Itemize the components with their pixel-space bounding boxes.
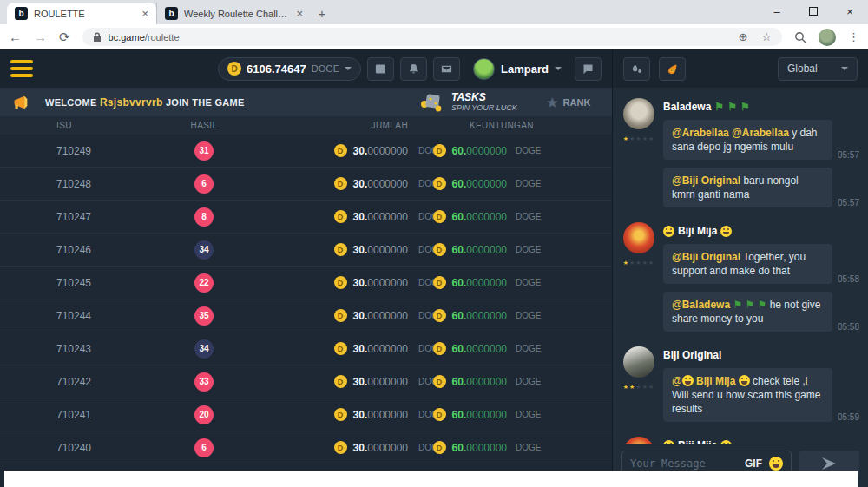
- forward-icon[interactable]: →: [34, 30, 47, 43]
- chat-username[interactable]: Biji Original: [663, 349, 859, 361]
- chat-username[interactable]: Biji Mija: [663, 225, 859, 237]
- tasks-link[interactable]: TASKS SPIN YOUR LUCK: [419, 88, 517, 116]
- user-star-rating: ★★★★★: [623, 135, 654, 142]
- minimize-button[interactable]: –: [759, 0, 795, 23]
- table-row: 710244 35 D 30.0000000 DOGE D 60.0000000…: [0, 299, 612, 332]
- chat-toggle-button[interactable]: [575, 57, 602, 81]
- profit-amount: D 60.0000000: [450, 342, 507, 355]
- gif-button[interactable]: GIF: [745, 457, 762, 470]
- smile-emoji-icon: [720, 440, 732, 444]
- smile-emoji-icon: [739, 375, 750, 386]
- table-row: 710240 6 D 30.0000000 DOGE D 60.0000000 …: [0, 431, 612, 464]
- toolbar-right: ⋮: [794, 29, 859, 46]
- mention-link[interactable]: @Baladewa: [672, 299, 730, 311]
- new-tab-button[interactable]: +: [311, 3, 333, 24]
- search-icon[interactable]: [794, 31, 806, 43]
- browser-toolbar: ← → ⟳ bc.game/roulette ⊕ ☆ ⋮: [0, 24, 868, 49]
- chat-message-group: ★★★★★ Biji Mija Ok05:59: [613, 430, 868, 444]
- chat-channel-select[interactable]: Global: [778, 57, 858, 81]
- mention-link[interactable]: Biji Mija: [694, 375, 739, 387]
- chat-avatar[interactable]: [623, 346, 654, 378]
- doge-coin-icon: D: [334, 375, 347, 388]
- doge-coin-icon: D: [334, 243, 347, 256]
- issue-number: 710240: [56, 442, 152, 454]
- tab-roulette[interactable]: b ROULETTE ×: [7, 3, 156, 24]
- message-timestamp: 05:57: [832, 198, 859, 207]
- doge-coin-icon: D: [433, 243, 446, 256]
- bet-amount: D 30.0000000: [256, 441, 408, 454]
- profit-amount: D 60.0000000: [450, 243, 507, 256]
- green-flag-icon: ⚑: [754, 299, 766, 311]
- chevron-down-icon: [555, 67, 562, 74]
- profit-amount: D 60.0000000: [450, 177, 507, 190]
- refresh-icon[interactable]: ⟳: [59, 30, 70, 43]
- bet-amount: D 30.0000000: [256, 243, 408, 256]
- user-star-rating: ★★★★★: [623, 260, 654, 267]
- profit-currency: DOGE: [507, 311, 541, 320]
- smile-emoji-icon: [663, 440, 674, 444]
- doge-coin-icon: D: [334, 309, 347, 322]
- chat-message-bubble: @Arabellaa @Arabellaa y dah sana depo jg…: [663, 120, 832, 160]
- profit-amount: D 60.0000000: [450, 144, 507, 157]
- window-controls: – ×: [759, 0, 868, 23]
- tab-close-icon[interactable]: ×: [296, 8, 303, 19]
- table-row: 710248 6 D 30.0000000 DOGE D 60.0000000 …: [0, 168, 612, 201]
- mention-link[interactable]: @Biji Original: [672, 174, 740, 187]
- browser-profile-avatar[interactable]: [819, 29, 836, 46]
- message-text: Biji Original: [663, 349, 721, 361]
- result-ball: 20: [194, 405, 214, 424]
- doge-coin-icon: D: [433, 408, 446, 421]
- col-issue: ISU: [56, 121, 152, 130]
- close-button[interactable]: ×: [832, 0, 868, 23]
- browser-menu-icon[interactable]: ⋮: [848, 30, 859, 43]
- chat-message-group: ★★★★★ Biji Original @ Biji Mija check te…: [613, 339, 868, 430]
- balance-selector[interactable]: D 6106.74647 DOGE: [218, 57, 361, 81]
- welcome-text: WELCOME Rsjsbvvrvrb JOIN THE GAME: [45, 96, 245, 109]
- bell-icon: [407, 63, 420, 76]
- rank-link[interactable]: ★ RANK: [547, 88, 590, 116]
- wallet-button[interactable]: [367, 57, 394, 81]
- mention-link[interactable]: @: [672, 375, 682, 387]
- address-bar[interactable]: bc.game/roulette ⊕ ☆: [82, 28, 782, 46]
- browser-tabstrip: b ROULETTE × b Weekly Roulette Challenge…: [0, 0, 868, 24]
- issue-number: 710246: [56, 244, 152, 256]
- issue-number: 710247: [56, 211, 152, 223]
- emoji-picker-icon[interactable]: [769, 457, 783, 471]
- result-ball: 34: [194, 339, 214, 359]
- profit-amount: D 60.0000000: [450, 375, 507, 388]
- profit-currency: DOGE: [507, 245, 541, 254]
- chat-header: D Global: [613, 49, 868, 88]
- message-timestamp: 05:59: [832, 412, 859, 422]
- zoom-page-icon[interactable]: ⊕: [738, 30, 747, 43]
- profit-currency: DOGE: [507, 443, 541, 452]
- table-row: 710241 20 D 30.0000000 DOGE D 60.0000000…: [0, 398, 612, 431]
- tab-close-icon[interactable]: ×: [141, 8, 148, 19]
- message-text: Biji Mija: [678, 225, 717, 237]
- chat-message-row: @Biji Original baru nongol kmrn ganti na…: [663, 168, 859, 207]
- mention-link[interactable]: @Arabellaa: [672, 127, 729, 139]
- chat-avatar[interactable]: [623, 98, 654, 129]
- maximize-button[interactable]: [795, 0, 832, 23]
- doge-coin-icon: D: [433, 375, 446, 388]
- tab-weekly-challenge[interactable]: b Weekly Roulette Challenge - Win ×: [156, 3, 311, 24]
- profit-currency: DOGE: [507, 377, 541, 386]
- coin-drop-button[interactable]: D: [659, 57, 686, 81]
- mention-link[interactable]: @Arabellaa: [732, 127, 789, 139]
- mention-link[interactable]: @Biji Original: [672, 251, 740, 263]
- chat-username[interactable]: Baladewa ⚑ ⚑ ⚑: [663, 101, 859, 113]
- welcome-player-name[interactable]: Rsjsbvvrvrb: [100, 96, 163, 109]
- user-menu[interactable]: Lampard: [473, 58, 562, 80]
- notifications-button[interactable]: [400, 57, 427, 81]
- user-avatar: [473, 58, 495, 80]
- table-row: 710247 8 D 30.0000000 DOGE D 60.0000000 …: [0, 201, 612, 234]
- hamburger-menu-icon[interactable]: [10, 60, 33, 77]
- chat-message-bubble: @Baladewa ⚑ ⚑ ⚑ he not give share money …: [663, 292, 832, 332]
- username: Lampard: [501, 63, 549, 76]
- chat-avatar[interactable]: [623, 222, 654, 253]
- profit-currency: DOGE: [507, 212, 541, 221]
- mail-button[interactable]: [433, 57, 460, 81]
- rain-button[interactable]: [623, 57, 650, 81]
- chat-avatar[interactable]: [623, 437, 654, 444]
- back-icon[interactable]: ←: [9, 30, 22, 43]
- bookmark-star-icon[interactable]: ☆: [761, 30, 772, 43]
